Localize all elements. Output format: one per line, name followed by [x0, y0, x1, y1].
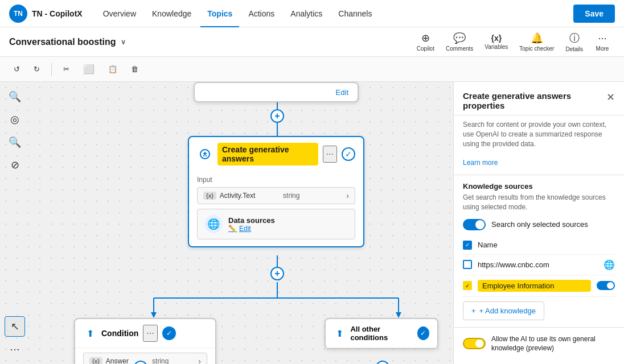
nav-overview[interactable]: Overview	[96, 0, 143, 27]
search-only-label: Search only selected sources	[491, 220, 588, 229]
data-sources-row: 🌐 Data sources ✏️ Edit	[197, 209, 355, 239]
knowledge-sources-section: Knowledge sources Get search results fro…	[454, 175, 624, 328]
target-button[interactable]: ◎	[5, 109, 25, 130]
comments-button[interactable]: 💬 Comments	[441, 30, 478, 54]
details-icon: ⓘ	[569, 31, 580, 45]
main-layout: 🔍 ◎ 🔍 ⊘ ↖ ⋯ Edit +	[0, 82, 624, 364]
nav-knowledge[interactable]: Knowledge	[145, 0, 198, 27]
nav-analytics[interactable]: Analytics	[284, 0, 329, 27]
nav-actions[interactable]: Actions	[241, 0, 281, 27]
node-title: Create generative answers	[217, 143, 318, 166]
no-tool-button[interactable]: ⊘	[5, 155, 25, 175]
employee-checkbox[interactable]	[463, 281, 472, 290]
condition-title: Condition	[101, 329, 138, 338]
employee-toggle[interactable]	[597, 281, 615, 290]
other-conditions-check-icon: ✓	[417, 326, 429, 340]
target-icon: ◎	[10, 113, 19, 126]
allow-ai-label: Allow the AI to use its own general know…	[491, 334, 615, 354]
other-conditions-header: ⬆ All other conditions ✓	[326, 319, 437, 348]
knowledge-item-cnbc: https://www.cnbc.com 🌐	[463, 255, 615, 275]
svg-marker-7	[151, 312, 157, 318]
input-row[interactable]: {x} Activity.Text string ›	[197, 187, 355, 204]
no-tool-icon: ⊘	[11, 159, 19, 171]
zoom-out-icon: 🔍	[9, 136, 21, 148]
allow-ai-row: Allow the AI to use its own general know…	[454, 328, 624, 361]
topic-checker-button[interactable]: 🔔 Topic checker	[515, 30, 559, 54]
topic-name-label: Conversational boosting	[9, 37, 116, 47]
copilot-button[interactable]: ⊕ Copilot	[412, 30, 439, 54]
other-conditions-title: All other conditions	[350, 325, 412, 342]
condition-more-button[interactable]: ···	[143, 325, 157, 342]
cut-button[interactable]: ✂	[59, 63, 74, 76]
toolbar-divider	[51, 63, 52, 76]
node-more-button[interactable]: ···	[323, 146, 337, 163]
cursor-icon: ↖	[11, 320, 19, 333]
answer-chevron-icon: ›	[198, 357, 201, 364]
toolbar-icons: ⊕ Copilot 💬 Comments {x} Variables 🔔 Top…	[412, 29, 615, 55]
zoom-in-button[interactable]: 🔍	[5, 86, 25, 107]
condition-header: ⬆ Condition ··· ✓	[75, 319, 215, 348]
add-node-button-4[interactable]: +	[376, 361, 389, 364]
add-knowledge-plus-icon: +	[471, 307, 476, 315]
extra-icon: ⋯	[10, 343, 20, 355]
condition-check-icon: ✓	[162, 326, 176, 340]
other-conditions-node: ⬆ All other conditions ✓	[325, 318, 438, 349]
search-only-toggle[interactable]	[463, 219, 486, 230]
details-button[interactable]: ⓘ Details	[561, 29, 588, 55]
undo-button[interactable]: ↺	[9, 63, 24, 76]
more-icon: ···	[598, 32, 606, 44]
add-node-button-2[interactable]: +	[270, 267, 284, 280]
nav-topics[interactable]: Topics	[200, 0, 239, 27]
undo-icon: ↺	[14, 65, 20, 73]
more-button[interactable]: ··· More	[590, 30, 615, 54]
name-checkbox[interactable]	[463, 241, 472, 250]
edit-data-sources-link[interactable]: ✏️ Edit	[228, 225, 275, 233]
comments-icon: 💬	[453, 32, 466, 44]
knowledge-sources-desc: Get search results from the knowledge so…	[463, 193, 615, 212]
input-chevron-icon: ›	[346, 191, 349, 200]
condition-icon: ⬆	[83, 326, 97, 340]
copy-button[interactable]: ⬜	[79, 61, 99, 77]
top-edit-node: Edit	[194, 82, 359, 102]
create-generative-node: Create generative answers ··· ✓ Input {x…	[188, 136, 364, 247]
delete-icon: 🗑	[131, 65, 138, 73]
search-toggle-row: Search only selected sources	[463, 219, 615, 230]
knowledge-item-employee: Employee Information	[463, 275, 615, 297]
chevron-down-icon[interactable]: ∨	[121, 38, 126, 46]
save-button[interactable]: Save	[573, 5, 615, 23]
cursor-tool-button[interactable]: ↖	[5, 316, 25, 337]
learn-more-link[interactable]: Learn more	[463, 159, 498, 167]
variables-button[interactable]: {x} Variables	[480, 31, 512, 52]
svg-marker-9	[396, 312, 401, 318]
knowledge-item-name: Name	[463, 236, 615, 255]
cnbc-label: https://www.cnbc.com	[478, 260, 598, 269]
zoom-out-button[interactable]: 🔍	[5, 132, 25, 152]
data-sources-title: Data sources	[228, 216, 275, 225]
add-knowledge-button[interactable]: + + Add knowledge	[463, 301, 544, 320]
nav-bar: Overview Knowledge Topics Actions Analyt…	[96, 0, 569, 27]
nav-channels[interactable]: Channels	[331, 0, 379, 27]
add-node-button-1[interactable]: +	[270, 109, 284, 123]
input-type: string	[283, 192, 343, 200]
canvas: 🔍 ◎ 🔍 ⊘ ↖ ⋯ Edit +	[0, 82, 453, 364]
edit-toolbar: ↺ ↻ ✂ ⬜ 📋 🗑	[0, 57, 624, 82]
app-title: TN - CopilotX	[32, 9, 83, 18]
delete-button[interactable]: 🗑	[126, 63, 143, 76]
edit-link[interactable]: Edit	[336, 88, 348, 97]
globe-icon: 🌐	[204, 215, 223, 233]
allow-ai-toggle[interactable]	[463, 338, 486, 349]
node-header: Create generative answers ··· ✓	[189, 137, 363, 171]
sub-toolbar: Conversational boosting ∨ ⊕ Copilot 💬 Co…	[0, 27, 624, 57]
paste-icon: 📋	[108, 65, 117, 73]
pencil-icon: ✏️	[228, 225, 237, 233]
paste-button[interactable]: 📋	[104, 63, 122, 76]
knowledge-sources-title: Knowledge sources	[463, 182, 615, 191]
panel-header: Create generative answers properties ✕	[454, 82, 624, 115]
extra-tool-button[interactable]: ⋯	[5, 339, 25, 359]
node-icon	[197, 146, 213, 162]
app-icon: TN	[9, 5, 27, 23]
panel-close-button[interactable]: ✕	[606, 91, 615, 104]
panel-description: Search for content or provide your own c…	[454, 115, 624, 175]
cnbc-checkbox[interactable]	[463, 260, 472, 269]
redo-button[interactable]: ↻	[29, 63, 44, 76]
